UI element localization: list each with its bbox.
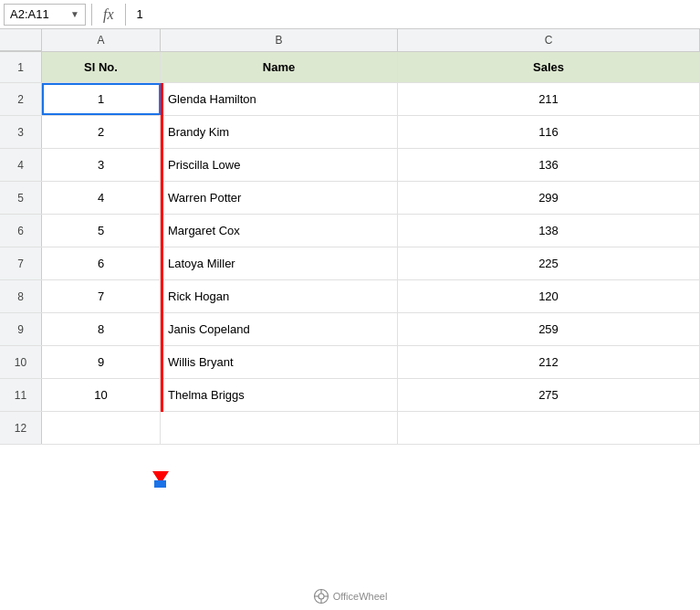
row-num-1: 1: [0, 52, 42, 82]
cell-c3[interactable]: 116: [398, 116, 700, 148]
table-row: 3 2 Brandy Kim 116: [0, 116, 700, 149]
cell-a12[interactable]: [42, 412, 161, 444]
row-num-4: 4: [0, 149, 42, 181]
cell-b10[interactable]: Willis Bryant: [161, 346, 398, 378]
table-row: 6 5 Margaret Cox 138: [0, 215, 700, 247]
cell-b8[interactable]: Rick Hogan: [161, 280, 398, 312]
row-num-8: 8: [0, 280, 42, 312]
cell-b3[interactable]: Brandy Kim: [161, 116, 398, 148]
cell-reference-text: A2:A11: [10, 7, 67, 21]
formula-bar-separator2: [125, 4, 126, 26]
cell-b9[interactable]: Janis Copeland: [161, 313, 398, 345]
table-row: 7 6 Latoya Miller 225: [0, 247, 700, 280]
row-num-7: 7: [0, 247, 42, 279]
svg-point-1: [319, 594, 324, 599]
cell-c8[interactable]: 120: [398, 280, 700, 312]
row-num-5: 5: [0, 182, 42, 214]
cell-a6[interactable]: 5: [42, 215, 161, 247]
formula-value: 1: [131, 7, 149, 21]
cell-a5[interactable]: 4: [42, 182, 161, 214]
col-header-a[interactable]: A: [42, 29, 161, 51]
grid-body: 1 Sl No. Name Sales 2 1 Glenda Hamilton …: [0, 52, 700, 583]
corner-cell: [0, 29, 42, 51]
table-row: 2 1 Glenda Hamilton 211: [0, 83, 700, 116]
cell-c4[interactable]: 136: [398, 149, 700, 181]
cell-c10[interactable]: 212: [398, 346, 700, 378]
cell-b2[interactable]: Glenda Hamilton: [161, 83, 398, 115]
row-num-6: 6: [0, 215, 42, 247]
table-row: 5 4 Warren Potter 299: [0, 182, 700, 215]
header-cell-name[interactable]: Name: [161, 52, 398, 82]
formula-bar: A2:A11 ▼ fx 1: [0, 0, 700, 29]
cell-b5[interactable]: Warren Potter: [161, 182, 398, 214]
cell-c11[interactable]: 275: [398, 379, 700, 411]
header-cell-sales[interactable]: Sales: [398, 52, 700, 82]
cell-c2[interactable]: 211: [398, 83, 700, 115]
spreadsheet: A2:A11 ▼ fx 1 A B C 1 Sl No. Name Sales: [0, 0, 700, 610]
fill-handle[interactable]: [154, 480, 166, 488]
cell-b6[interactable]: Margaret Cox: [161, 215, 398, 247]
table-row: 11 10 Thelma Briggs 275: [0, 379, 700, 412]
watermark-text: OfficeWheel: [333, 591, 388, 602]
drag-arrow-icon: [152, 471, 169, 484]
officewheel-logo: [313, 588, 329, 605]
watermark: OfficeWheel: [0, 583, 700, 610]
row-num-3: 3: [0, 116, 42, 148]
cell-a2[interactable]: 1: [42, 83, 161, 115]
row-num-9: 9: [0, 313, 42, 345]
table-row: 12: [0, 412, 700, 445]
row-num-11: 11: [0, 379, 42, 411]
cell-a3[interactable]: 2: [42, 116, 161, 148]
cell-a7[interactable]: 6: [42, 247, 161, 279]
cell-c12[interactable]: [398, 412, 700, 444]
grid-wrapper: A B C 1 Sl No. Name Sales 2 1 Glenda Ham…: [0, 29, 700, 610]
cell-a8[interactable]: 7: [42, 280, 161, 312]
cell-a11[interactable]: 10: [42, 379, 161, 411]
cell-a9[interactable]: 8: [42, 313, 161, 345]
cell-b11[interactable]: Thelma Briggs: [161, 379, 398, 411]
column-headers: A B C: [0, 29, 700, 52]
cell-reference-box[interactable]: A2:A11 ▼: [4, 4, 86, 26]
cell-b12[interactable]: [161, 412, 398, 444]
header-row: 1 Sl No. Name Sales: [0, 52, 700, 83]
fx-icon: fx: [103, 6, 114, 23]
cell-c5[interactable]: 299: [398, 182, 700, 214]
table-row: 8 7 Rick Hogan 120: [0, 280, 700, 313]
dropdown-arrow-icon[interactable]: ▼: [70, 9, 79, 19]
cell-c9[interactable]: 259: [398, 313, 700, 345]
cell-b4[interactable]: Priscilla Lowe: [161, 149, 398, 181]
row-num-12: 12: [0, 412, 42, 444]
table-row: 9 8 Janis Copeland 259: [0, 313, 700, 346]
col-header-b[interactable]: B: [161, 29, 398, 51]
header-cell-slno[interactable]: Sl No.: [42, 52, 161, 82]
row-num-2: 2: [0, 83, 42, 115]
row-num-10: 10: [0, 346, 42, 378]
cell-a10[interactable]: 9: [42, 346, 161, 378]
cell-b7[interactable]: Latoya Miller: [161, 247, 398, 279]
table-row: 4 3 Priscilla Lowe 136: [0, 149, 700, 182]
cell-a4[interactable]: 3: [42, 149, 161, 181]
formula-bar-separator: [91, 4, 92, 26]
cell-c7[interactable]: 225: [398, 247, 700, 279]
cell-c6[interactable]: 138: [398, 215, 700, 247]
col-header-c[interactable]: C: [398, 29, 700, 51]
table-row: 10 9 Willis Bryant 212: [0, 346, 700, 379]
